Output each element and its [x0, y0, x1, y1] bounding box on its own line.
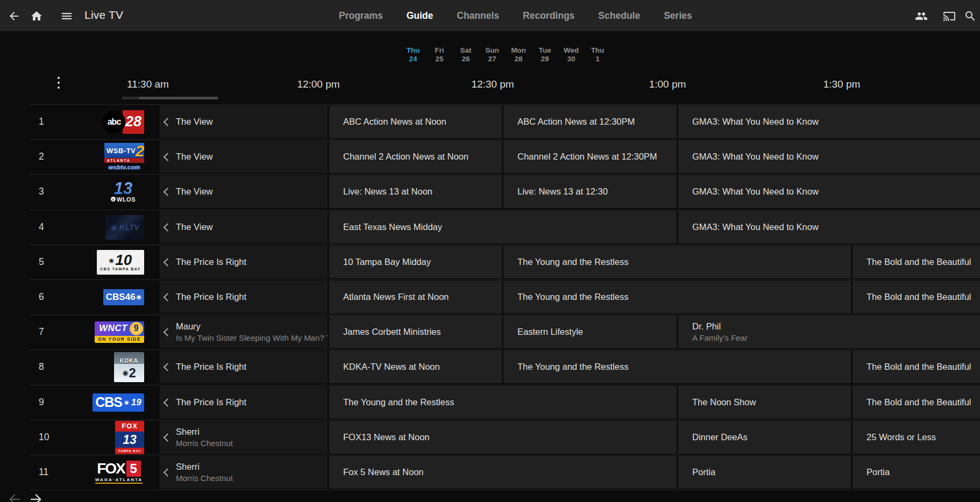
program-cell[interactable]: The Price Is Right [160, 281, 328, 313]
program-cell[interactable]: GMA3: What You Need to Know [678, 105, 980, 138]
program-cell[interactable]: The Young and the Restless [503, 350, 851, 383]
tab-channels[interactable]: Channels [457, 10, 499, 21]
program-cell[interactable]: The View [160, 211, 328, 243]
abc-circle-icon: a [111, 197, 116, 202]
program-cell[interactable]: The Bold and the Beautiful [853, 246, 980, 278]
channel-logo[interactable]: KDKA◉2 [81, 350, 144, 383]
program-cell[interactable]: Portia [678, 456, 851, 489]
program-cell[interactable]: Channel 2 Action News at Noon [329, 140, 502, 173]
program-cell[interactable]: The Price Is Right [160, 350, 328, 383]
cast-icon[interactable] [942, 9, 956, 23]
channel-logo[interactable]: ◉ KLTV [81, 211, 144, 243]
program-cell[interactable]: MauryIs My Twin Sister Sleeping With My … [160, 315, 328, 348]
page-next-icon[interactable] [28, 491, 44, 502]
program-title: Live: News 13 at 12:30 [517, 187, 677, 197]
program-text: Portia [678, 467, 851, 477]
program-title: ABC Action News at 12:30PM [517, 117, 677, 127]
channel-logo[interactable]: CBS◉19 [81, 386, 144, 419]
program-cell[interactable]: GMA3: What You Need to Know [678, 140, 980, 173]
program-text: The Bold and the Beautiful [853, 397, 980, 407]
logo-text: aWLOS [111, 196, 136, 203]
program-cell[interactable]: GMA3: What You Need to Know [678, 211, 980, 243]
program-cell[interactable]: The View [160, 175, 328, 208]
more-options-icon[interactable] [55, 77, 62, 89]
program-cell[interactable]: The Bold and the Beautiful [853, 386, 980, 419]
program-cell[interactable]: Eastern Lifestyle [503, 315, 677, 348]
program-cell[interactable]: East Texas News Midday [329, 211, 677, 243]
program-title: Channel 2 Action News at Noon [343, 152, 502, 162]
channel-logo[interactable]: WNCT9ON YOUR SIDE [81, 315, 144, 348]
tab-series[interactable]: Series [664, 10, 692, 21]
program-cell[interactable]: Dinner DeeAs [678, 421, 851, 454]
logo-text: CBS TAMPA BAY [100, 267, 141, 271]
program-text: 10 Tampa Bay Midday [329, 257, 502, 267]
tab-recordings[interactable]: Recordings [523, 10, 574, 21]
tab-schedule[interactable]: Schedule [598, 10, 640, 21]
program-cell[interactable]: The Bold and the Beautiful [853, 350, 980, 383]
program-cell[interactable]: 25 Words or Less [853, 421, 980, 454]
program-text: GMA3: What You Need to Know [678, 187, 980, 197]
timeline-scrollbar-thumb[interactable] [139, 97, 218, 99]
date-tue-29[interactable]: Tue29 [534, 46, 556, 63]
channel-logo[interactable]: FOX13TAMPA BAY [81, 421, 144, 454]
program-cell[interactable]: KDKA-TV News at Noon [329, 350, 502, 383]
channel-logo[interactable]: WSB-TV2ATLANTAwsbtv.com [81, 140, 144, 173]
program-cell[interactable]: The Young and the Restless [503, 281, 851, 313]
program-cell[interactable]: GMA3: What You Need to Know [678, 175, 980, 208]
program-cell[interactable]: Fox 5 News at Noon [329, 456, 677, 489]
channel-row: 6CBS46◉The Price Is RightAtlanta News Fi… [0, 281, 980, 313]
program-cell[interactable]: The Noon Show [678, 386, 851, 419]
page-prev-icon[interactable] [6, 491, 23, 502]
people-icon[interactable] [914, 9, 928, 23]
program-subtitle: Morris Chestnut [176, 474, 328, 483]
date-thu-24[interactable]: Thu24 [402, 46, 424, 63]
channel-logo-kdka: KDKA◉2 [114, 352, 144, 382]
program-cell[interactable]: Portia [853, 456, 980, 489]
program-cell[interactable]: Live: News 13 at Noon [329, 175, 502, 208]
tab-programs[interactable]: Programs [339, 10, 383, 21]
date-wed-30[interactable]: Wed30 [560, 46, 582, 63]
channel-logo[interactable]: ◉10CBS TAMPA BAY [81, 246, 144, 278]
date-sat-26[interactable]: Sat26 [455, 46, 477, 63]
program-cell[interactable]: The Price Is Right [160, 386, 328, 419]
program-cell[interactable]: Dr. PhilA Family's Fear [678, 315, 980, 348]
program-cell[interactable]: The Young and the Restless [503, 246, 851, 278]
program-cell[interactable]: ABC Action News at 12:30PM [503, 105, 677, 138]
channel-number: 4 [39, 211, 44, 243]
program-cell[interactable]: James Corbett Ministries [329, 315, 502, 348]
program-cell[interactable]: The Young and the Restless [329, 386, 677, 419]
program-title: Maury [176, 321, 328, 332]
home-icon[interactable] [30, 9, 44, 23]
time-label: 1:00 pm [649, 78, 686, 90]
date-sun-27[interactable]: Sun27 [481, 46, 503, 63]
channel-logo[interactable]: 13aWLOS [81, 175, 144, 208]
menu-icon[interactable] [60, 9, 74, 23]
program-cell[interactable]: The View [160, 140, 328, 173]
tab-guide[interactable]: Guide [407, 10, 434, 21]
back-icon[interactable] [7, 9, 21, 23]
channel-logo[interactable]: FOX5WAGA·ATLANTA [81, 456, 144, 489]
program-cell[interactable]: Atlanta News First at Noon [329, 281, 502, 313]
program-cell[interactable]: ABC Action News at Noon [329, 105, 502, 138]
search-icon[interactable] [963, 9, 977, 23]
program-cell[interactable]: SherriMorris Chestnut [160, 456, 328, 489]
date-thu-1[interactable]: Thu1 [587, 46, 608, 63]
cbs-eye-icon: ◉ [124, 399, 129, 405]
program-cell[interactable]: 10 Tampa Bay Midday [329, 246, 502, 278]
program-cell[interactable]: Live: News 13 at 12:30 [503, 175, 677, 208]
channel-logo[interactable]: abc28 [81, 105, 144, 138]
date-fri-25[interactable]: Fri25 [429, 46, 450, 63]
program-text: The Bold and the Beautiful [853, 257, 980, 267]
program-cell[interactable]: The Price Is Right [160, 246, 328, 278]
program-cell[interactable]: SherriMorris Chestnut [160, 421, 328, 454]
program-cell[interactable]: The View [160, 105, 328, 138]
program-cell[interactable]: Channel 2 Action News at 12:30PM [503, 140, 677, 173]
program-cell[interactable]: The Bold and the Beautiful [853, 281, 980, 313]
program-cell[interactable]: FOX13 News at Noon [329, 421, 677, 454]
logo-text: 5 [126, 461, 141, 477]
program-title: ABC Action News at Noon [343, 117, 502, 127]
date-mon-28[interactable]: Mon28 [508, 46, 529, 63]
program-text: Atlanta News First at Noon [329, 292, 502, 302]
date-number-label: 26 [455, 55, 477, 63]
channel-logo[interactable]: CBS46◉ [81, 281, 144, 313]
